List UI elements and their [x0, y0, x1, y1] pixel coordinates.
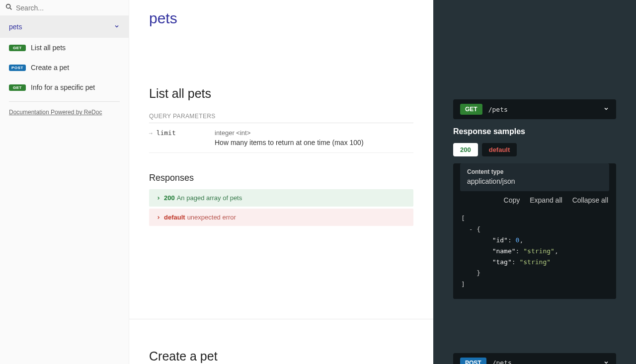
- sample-tabs: 200 default: [453, 143, 616, 156]
- json-sample: [ - { "id": 0, "name": "string", "tag": …: [461, 213, 608, 290]
- tab-default[interactable]: default: [482, 143, 517, 156]
- method-chip-get: GET: [460, 104, 482, 115]
- powered-by-link[interactable]: Documentation Powered by ReDoc: [9, 109, 120, 116]
- query-parameters-heading: QUERY PARAMETERS: [149, 113, 413, 123]
- sidebar: pets GET List all pets POST Create a pet…: [0, 0, 129, 364]
- endpoint-bar[interactable]: POST /pets: [453, 353, 616, 364]
- response-code: 200: [164, 194, 175, 202]
- svg-point-0: [6, 4, 10, 8]
- parameter-row-limit: ⇢ limit integer <int> How many items to …: [149, 123, 413, 153]
- chevron-down-icon: [603, 359, 609, 364]
- endpoint-bar[interactable]: GET /pets: [453, 99, 616, 119]
- sidebar-group-pets[interactable]: pets: [0, 16, 129, 38]
- response-default[interactable]: default unexpected error: [149, 209, 413, 226]
- code-actions: Copy Expand all Collapse all: [453, 191, 616, 206]
- expand-all-button[interactable]: Expand all: [530, 196, 562, 204]
- content-type-label: Content type: [467, 168, 602, 175]
- sidebar-item-list-all-pets[interactable]: GET List all pets: [0, 38, 129, 58]
- sidebar-item-label: List all pets: [31, 44, 66, 52]
- collapse-all-button[interactable]: Collapse all: [572, 196, 608, 204]
- svg-line-1: [10, 8, 11, 9]
- search-icon: [5, 3, 16, 12]
- response-code: default: [164, 214, 185, 221]
- content-type-box: Content type application/json: [460, 163, 609, 191]
- content-type-value: application/json: [467, 177, 602, 185]
- param-description: How many items to return at one time (ma…: [215, 139, 364, 146]
- method-badge-get: GET: [9, 45, 26, 51]
- api-title: pets: [149, 0, 413, 27]
- chevron-right-icon: [156, 196, 161, 201]
- main-content: pets List all pets QUERY PARAMETERS ⇢ li…: [129, 0, 636, 364]
- code-sample: [ - { "id": 0, "name": "string", "tag": …: [453, 206, 616, 299]
- chevron-down-icon: [114, 23, 120, 31]
- sidebar-item-create-a-pet[interactable]: POST Create a pet: [0, 58, 129, 77]
- endpoint-path: /pets: [492, 359, 512, 364]
- sample-container: Content type application/json Copy Expan…: [453, 163, 616, 299]
- chevron-right-icon: [156, 215, 161, 220]
- param-type: integer <int>: [215, 129, 364, 137]
- operation-title: List all pets: [149, 86, 413, 101]
- sidebar-item-label: Info for a specific pet: [31, 83, 95, 91]
- operation-title: Create a pet: [149, 349, 413, 364]
- response-200[interactable]: 200 An paged array of pets: [149, 189, 413, 207]
- sidebar-item-label: Create a pet: [31, 64, 69, 72]
- param-arrow-icon: ⇢: [149, 130, 153, 137]
- search-row: [0, 0, 129, 16]
- chevron-down-icon: [603, 105, 609, 113]
- copy-button[interactable]: Copy: [504, 196, 520, 204]
- tab-200[interactable]: 200: [453, 143, 478, 156]
- endpoint-path: /pets: [488, 106, 508, 113]
- sidebar-divider: [9, 101, 120, 102]
- method-badge-post: POST: [9, 65, 26, 71]
- sidebar-group-label: pets: [9, 23, 22, 31]
- response-description: An paged array of pets: [177, 194, 242, 202]
- method-badge-get: GET: [9, 84, 26, 91]
- response-description: unexpected error: [187, 214, 236, 221]
- response-samples-heading: Response samples: [453, 127, 616, 136]
- responses-heading: Responses: [149, 173, 413, 183]
- param-name: limit: [157, 129, 176, 137]
- method-chip-post: POST: [460, 358, 486, 364]
- search-input[interactable]: [16, 4, 124, 12]
- sidebar-item-info-specific-pet[interactable]: GET Info for a specific pet: [0, 77, 129, 97]
